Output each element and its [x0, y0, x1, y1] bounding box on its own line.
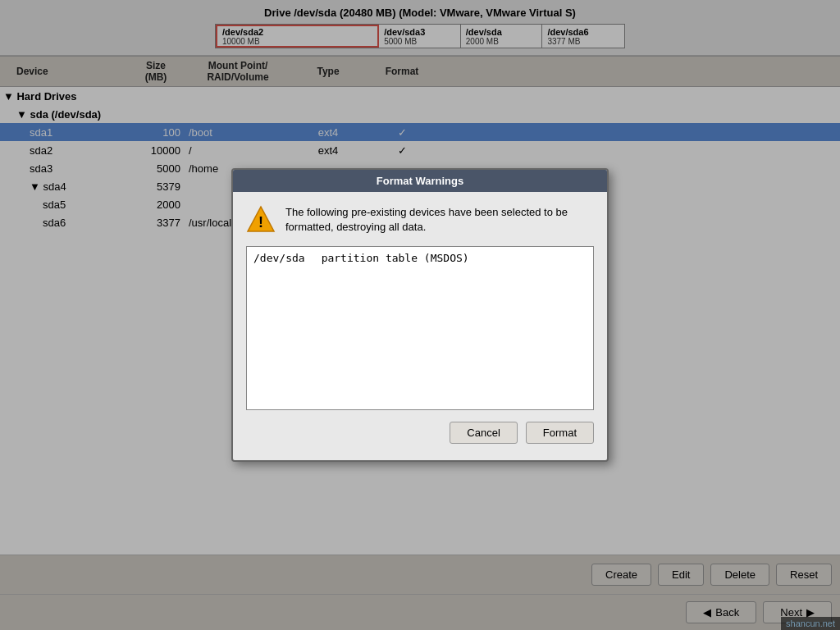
warning-text: The following pre-existing devices have …: [285, 205, 594, 235]
modal-desc-0: partition table (MSDOS): [322, 252, 469, 264]
cancel-button[interactable]: Cancel: [450, 422, 517, 444]
modal-buttons: Cancel Format: [246, 422, 594, 447]
modal-list-item-0: /dev/sdapartition table (MSDOS): [253, 252, 587, 264]
format-warnings-dialog: Format Warnings ! The following pre-exis…: [231, 168, 609, 462]
modal-body: ! The following pre-existing devices hav…: [233, 192, 607, 460]
format-button[interactable]: Format: [526, 422, 594, 444]
modal-warning-row: ! The following pre-existing devices hav…: [246, 205, 594, 235]
modal-list-box: /dev/sdapartition table (MSDOS): [246, 246, 594, 410]
modal-overlay: Format Warnings ! The following pre-exis…: [0, 0, 840, 630]
modal-title: Format Warnings: [233, 170, 607, 192]
svg-text:!: !: [258, 214, 263, 231]
warning-triangle-icon: !: [246, 205, 276, 235]
modal-device-0: /dev/sda: [253, 252, 305, 264]
